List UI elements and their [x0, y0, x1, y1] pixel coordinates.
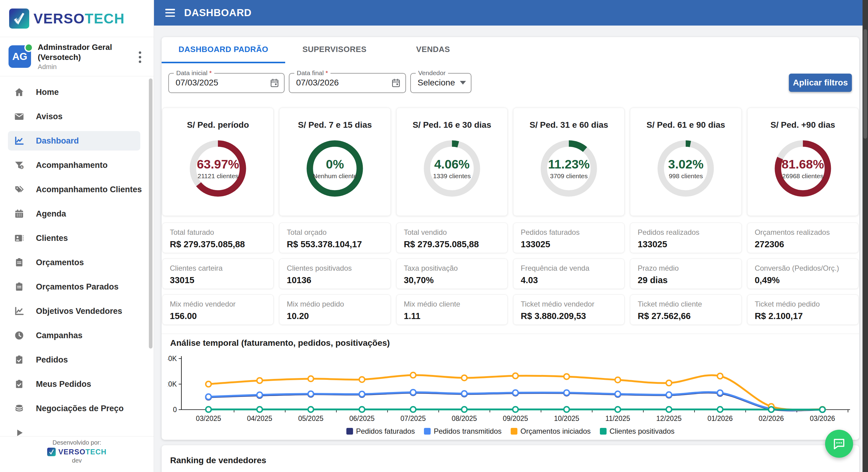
- legend-swatch: [346, 428, 353, 435]
- kpi-card: Prazo médio29 dias: [630, 259, 741, 289]
- clipboard-check-icon: [14, 355, 24, 365]
- sidebar-item-pedidos[interactable]: Pedidos: [0, 348, 154, 372]
- clock-icon: [14, 330, 24, 341]
- svg-text:07/2025: 07/2025: [401, 414, 426, 423]
- svg-text:03/2026: 03/2026: [810, 414, 835, 423]
- page-title: DASHBOARD: [184, 7, 252, 19]
- sidebar-item-orcamentos-parados[interactable]: Orçamentos Parados: [0, 275, 154, 299]
- sidebar-item-acompanhamento-clientes[interactable]: Acompanhamento Clientes: [0, 177, 154, 202]
- tab-supervisores[interactable]: SUPERVISORES: [285, 37, 384, 63]
- filters-bar: Data inicial * 07/03/2025 Data final * 0…: [166, 73, 854, 93]
- chat-fab-button[interactable]: [825, 430, 853, 458]
- vendor-select[interactable]: Vendedor Selecione: [410, 73, 471, 93]
- donut-card-7-15: S/ Ped. 7 e 15 dias 0%Nenhum cliente: [279, 108, 391, 216]
- vendor-select-value: Selecione: [417, 78, 455, 88]
- kpi-card: Clientes carteira33015: [162, 259, 274, 289]
- donut-card-61-90: S/ Ped. 61 e 90 dias 3.02%998 clientes: [630, 108, 741, 216]
- donut-card-90-plus: S/ Ped. +90 dias 81.68%26968 clientes: [747, 108, 859, 216]
- dashboard-tabs: DASHBOARD PADRÃO SUPERVISORES VENDAS: [162, 37, 859, 63]
- legend-swatch: [424, 428, 431, 435]
- chevron-down-icon: [460, 81, 466, 85]
- donut-chart: 0%Nenhum cliente: [304, 137, 366, 200]
- avatar: AG: [8, 45, 31, 68]
- donut-chart: 4.06%1339 clientes: [421, 137, 483, 200]
- sidebar-item-avisos[interactable]: Avisos: [0, 104, 154, 129]
- sidebar-item-orcamentos[interactable]: Orçamentos: [0, 250, 154, 275]
- sidebar-item-objetivos-vendedores[interactable]: Objetivos Vendedores: [0, 299, 154, 323]
- svg-text:0: 0: [173, 406, 177, 414]
- contact-card-icon: [14, 233, 24, 243]
- kpi-card: Orçamentos realizados272306: [747, 223, 859, 253]
- kpi-card: Total vendidoR$ 279.375.085,88: [396, 223, 508, 253]
- legend-pedidos-transmitidos[interactable]: Pedidos transmitidos: [424, 427, 502, 436]
- donut-chart: 11.23%3709 clientes: [537, 137, 600, 200]
- temporal-chart-title: Análise temporal (faturamento, pedidos, …: [170, 338, 390, 348]
- sidebar-item-clientes[interactable]: Clientes: [0, 226, 154, 250]
- donut-card-16-30: S/ Ped. 16 e 30 dias 4.06%1339 clientes: [396, 108, 508, 216]
- window-scrollbar-thumb[interactable]: [863, 29, 867, 139]
- clipboard-check-icon: [14, 379, 24, 389]
- donut-chart: 81.68%26968 clientes: [772, 137, 834, 200]
- donut-card-periodo: S/ Ped. período 63.97%21121 clientes: [162, 108, 274, 216]
- kpi-card: Total orçadoR$ 553.378.104,17: [279, 223, 391, 253]
- play-icon: [14, 428, 24, 438]
- sidebar-scrollbar-thumb[interactable]: [149, 78, 153, 348]
- user-name: Adminstrador Geral (Versotech): [38, 42, 125, 62]
- kpi-card: Ticket médio pedidoR$ 2.100,17: [747, 294, 859, 325]
- start-date-value: 07/03/2025: [176, 78, 218, 88]
- sidebar-item-agenda[interactable]: Agenda: [0, 202, 154, 226]
- sidebar-item-negociacoes-de-preco[interactable]: Negociações de Preço: [0, 396, 154, 420]
- end-date-field[interactable]: Data final * 07/03/2026: [289, 73, 406, 93]
- user-menu-kebab-icon[interactable]: [138, 50, 142, 64]
- kpi-card: Pedidos realizados133025: [630, 223, 741, 253]
- svg-text:03/2025: 03/2025: [196, 414, 221, 423]
- apply-filters-button[interactable]: Aplicar filtros: [789, 74, 852, 92]
- tags-icon: [14, 184, 24, 195]
- kpi-card: Total faturadoR$ 279.375.085,88: [162, 223, 274, 253]
- hamburger-menu-icon[interactable]: [165, 9, 175, 17]
- topbar: DASHBOARD: [154, 0, 863, 26]
- svg-text:10/2025: 10/2025: [554, 414, 579, 423]
- tab-vendas[interactable]: VENDAS: [384, 37, 483, 63]
- tab-dashboard-padrao[interactable]: DASHBOARD PADRÃO: [162, 37, 285, 63]
- svg-text:01/2026: 01/2026: [707, 414, 733, 423]
- chart-line-icon: [14, 306, 24, 316]
- sidebar-footer: Desenvolvido por: VERSOTECH dev: [0, 436, 154, 472]
- svg-text:12/2025: 12/2025: [656, 414, 681, 423]
- calendar-picker-icon[interactable]: [269, 78, 280, 88]
- legend-clientes-positivados[interactable]: Clientes positivados: [600, 427, 675, 436]
- svg-text:02/2026: 02/2026: [759, 414, 784, 423]
- online-status-dot: [24, 43, 33, 52]
- funnel-dollar-icon: $: [14, 160, 24, 170]
- chart-legend: Pedidos faturados Pedidos transmitidos O…: [162, 427, 859, 436]
- legend-orcamentos-iniciados[interactable]: Orçamentos iniciados: [511, 427, 591, 436]
- window-scrollbar[interactable]: [863, 0, 868, 472]
- kpi-card: Frequência de venda4.03: [513, 259, 624, 289]
- end-date-value: 07/03/2026: [296, 78, 339, 88]
- user-role: Admin: [38, 63, 125, 71]
- start-date-field[interactable]: Data inicial * 07/03/2025: [168, 73, 285, 93]
- temporal-line-chart: 020K40K03/202504/202505/202506/202507/20…: [168, 351, 853, 426]
- sidebar-item-dashboard[interactable]: Dashboard: [0, 129, 154, 153]
- environment-label: dev: [0, 457, 154, 464]
- svg-text:05/2025: 05/2025: [298, 414, 323, 423]
- svg-text:$: $: [21, 166, 23, 169]
- sidebar-item-home[interactable]: Home: [0, 80, 154, 104]
- kpi-card: Mix médio pedido10.20: [279, 294, 391, 325]
- clipboard-list-icon: [14, 282, 24, 292]
- sidebar-item-campanhas[interactable]: Campanhas: [0, 323, 154, 348]
- donut-card-31-60: S/ Ped. 31 e 60 dias 11.23%3709 clientes: [513, 108, 624, 216]
- user-section: AG Adminstrador Geral (Versotech) Admin: [0, 37, 154, 76]
- kpi-card: Clientes positivados10136: [279, 259, 391, 289]
- sidebar-item-acompanhamento[interactable]: $ Acompanhamento: [0, 153, 154, 177]
- svg-text:04/2025: 04/2025: [247, 414, 272, 423]
- legend-pedidos-faturados[interactable]: Pedidos faturados: [346, 427, 415, 436]
- sidebar-item-meus-pedidos[interactable]: Meus Pedidos: [0, 372, 154, 396]
- svg-text:20K: 20K: [168, 380, 177, 388]
- svg-text:06/2025: 06/2025: [349, 414, 375, 423]
- kpi-card: Conversão (Pedidos/Orç.)0,49%: [747, 259, 859, 289]
- calendar-picker-icon[interactable]: [391, 78, 401, 88]
- logo-text: VERSOTECH: [33, 10, 125, 27]
- kpi-card: Ticket médio vendedorR$ 3.880.209,53: [513, 294, 624, 325]
- chart-line-icon: [14, 136, 24, 146]
